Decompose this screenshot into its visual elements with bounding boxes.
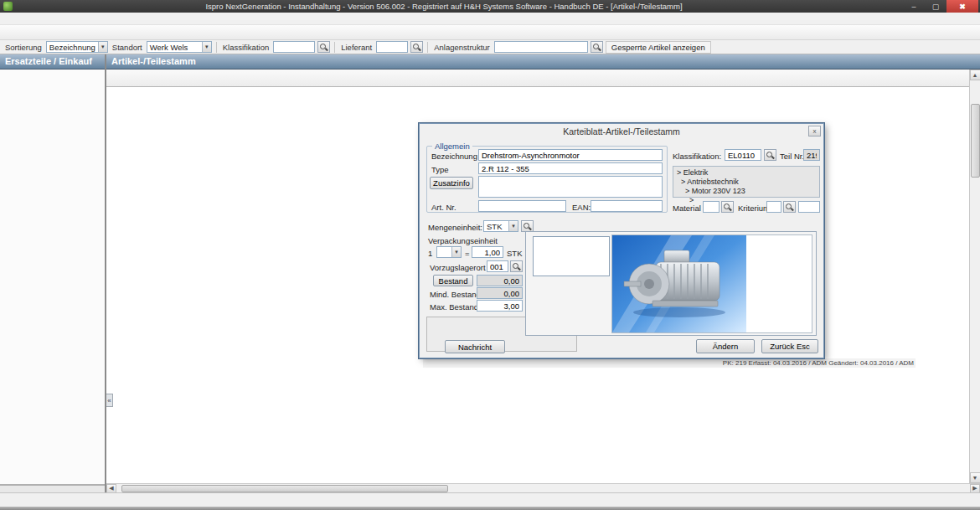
search-icon [524,223,531,230]
teilnr-value [803,149,820,161]
vorzugslagerort-label: Vorzugslagerort [430,263,486,272]
window-titlebar: Ispro NextGeneration - Instandhaltung - … [0,0,980,13]
ean-input[interactable] [591,200,663,212]
search-icon [513,263,520,270]
mengeneinheit-label: Mengeneinheit: [428,223,482,232]
maximize-button[interactable]: ▢ [925,0,946,13]
supplier-label: Lieferant [339,43,374,52]
mind-bestand-value [477,287,523,299]
ean-label: EAN: [572,203,591,212]
kriterium-label: Kriterium [738,203,770,213]
window-edge [0,507,980,510]
verpackung-combo[interactable]: ▾ [436,246,462,258]
classification-tree[interactable]: > Elektrik > Antriebstechnik > Motor 230… [673,166,820,198]
verpackung-label: Verpackungseinheit [428,236,498,245]
structure-label: Anlagenstruktur [432,43,492,52]
zurueck-button[interactable]: Zurück Esc [761,339,818,353]
verpackung-input[interactable] [472,246,503,258]
status-bar [0,492,980,507]
verpackung-unit: STK [507,249,522,258]
document-list[interactable] [533,236,610,276]
horizontal-scroll-thumb[interactable] [121,485,448,492]
menubar [0,13,980,25]
structure-input[interactable] [494,41,588,53]
search-icon [766,152,774,159]
sidebar-collapse-button[interactable]: « [106,394,113,407]
bezeichnung-label: Bezeichnung [431,152,477,161]
sort-combo[interactable]: Bezeichnung ▾ [46,41,108,53]
scroll-up-icon[interactable]: ▲ [970,70,980,80]
scroll-right-icon[interactable]: ▶ [970,484,980,493]
material-input[interactable] [703,201,720,213]
search-icon [320,44,328,51]
vertical-scrollbar[interactable]: ▲ ▼ [969,70,980,483]
search-icon [593,44,601,51]
allgemein-group-label: Allgemein [432,142,472,151]
search-icon [724,203,731,211]
sidebar-title: Ersatzteile / Einkauf [0,54,105,70]
close-button[interactable]: ✖ [946,0,978,13]
bezeichnung-input[interactable] [478,149,663,161]
klassifikation-input[interactable] [725,149,761,161]
chevron-down-icon[interactable]: ▾ [98,42,107,52]
mengeneinheit-search-button[interactable] [521,220,534,232]
zusatzinfo-textarea[interactable] [478,176,663,198]
dialog-close-button[interactable]: x [808,126,821,137]
site-value: Werk Wels [147,43,202,52]
site-label: Standort [111,43,144,52]
sort-label: Sortierung [3,43,44,52]
classification-search-button[interactable] [317,41,330,53]
klassifikation-label: Klassifikation: [673,152,721,161]
bestand-button[interactable]: Bestand [433,275,473,286]
artnr-input[interactable] [478,200,566,212]
mengeneinheit-combo[interactable]: STK ▾ [483,220,518,232]
classification-label: Klassifikation [221,43,271,52]
separator [334,42,335,53]
classification-input[interactable] [273,41,315,53]
scroll-left-icon[interactable]: ◀ [106,484,116,493]
scroll-down-icon[interactable]: ▼ [970,472,980,483]
equals-label: = [465,249,470,258]
vorzugslagerort-input[interactable] [487,260,508,272]
nachricht-button[interactable]: Nachricht [445,340,505,353]
sort-value: Bezeichnung [47,43,98,52]
vorzugslagerort-search-button[interactable] [510,260,523,272]
structure-search-button[interactable] [591,41,603,53]
aendern-button[interactable]: Ändern [696,339,755,353]
document-preview-frame [611,234,812,333]
karteiblatt-dialog: Karteiblatt-Artikel-/Teilestamm x Allgem… [419,123,824,358]
show-locked-articles-toggle[interactable]: Gesperrte Artikel anzeigen [606,41,711,54]
chevron-down-icon[interactable]: ▾ [202,42,211,52]
teilnr-label: Teil Nr.: [780,152,807,161]
kriterium-extra-input[interactable] [798,201,820,213]
zusatzinfo-button[interactable]: Zusatzinfo [430,177,473,189]
sidebar-footer [0,486,105,492]
supplier-search-button[interactable] [410,41,423,53]
dokumente-panel [525,231,817,336]
sidebar-tree [0,70,105,484]
mengeneinheit-value: STK [484,222,508,231]
klassifikation-search-button[interactable] [764,149,776,161]
supplier-input[interactable] [376,41,408,53]
separator [216,42,217,53]
kriterium-input[interactable] [766,201,781,213]
artnr-label: Art. Nr. [431,203,456,212]
chevron-down-icon[interactable]: ▾ [451,247,461,257]
filter-bar: Sortierung Bezeichnung ▾ Standort Werk W… [0,40,980,54]
chevron-down-icon[interactable]: ▾ [508,221,518,231]
kriterium-search-button[interactable] [783,201,796,213]
table-header [106,70,969,87]
max-bestand-input[interactable] [477,300,523,312]
toolbar [0,25,980,40]
vertical-scroll-thumb[interactable] [971,104,980,178]
type-label: Type [431,165,449,174]
type-input[interactable] [478,162,663,174]
material-search-button[interactable] [721,201,734,213]
minimize-button[interactable]: – [903,0,925,13]
main-panel: Artikel-/Teilestamm ▲ ▼ ◀ ▶ « Karteiblat… [106,54,980,492]
bestand-value [477,275,523,286]
horizontal-scrollbar[interactable]: ◀ ▶ [106,483,980,492]
site-combo[interactable]: Werk Wels ▾ [147,41,212,53]
search-icon [413,44,420,51]
verpackung-qty: 1 [428,249,432,258]
